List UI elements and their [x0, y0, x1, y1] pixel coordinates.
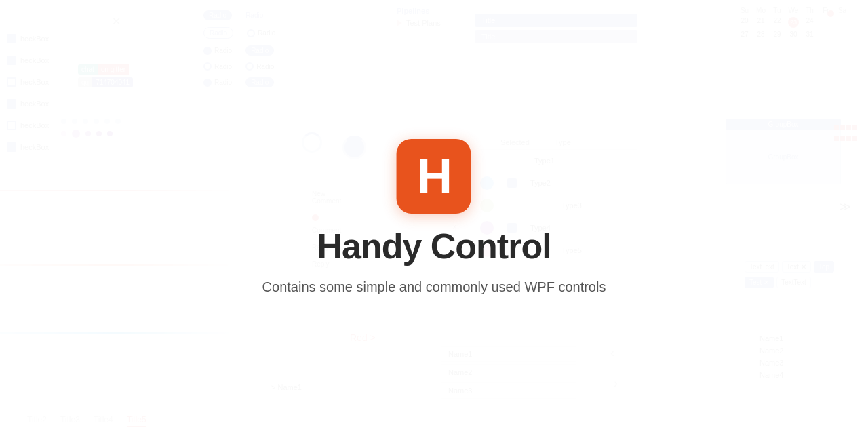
- logo-letter: H: [417, 152, 451, 201]
- app-title: Handy Control: [317, 227, 551, 266]
- center-content: H Handy Control Contains some simple and…: [262, 139, 606, 295]
- app-logo: H: [397, 139, 471, 214]
- app-subtitle: Contains some simple and commonly used W…: [262, 279, 606, 295]
